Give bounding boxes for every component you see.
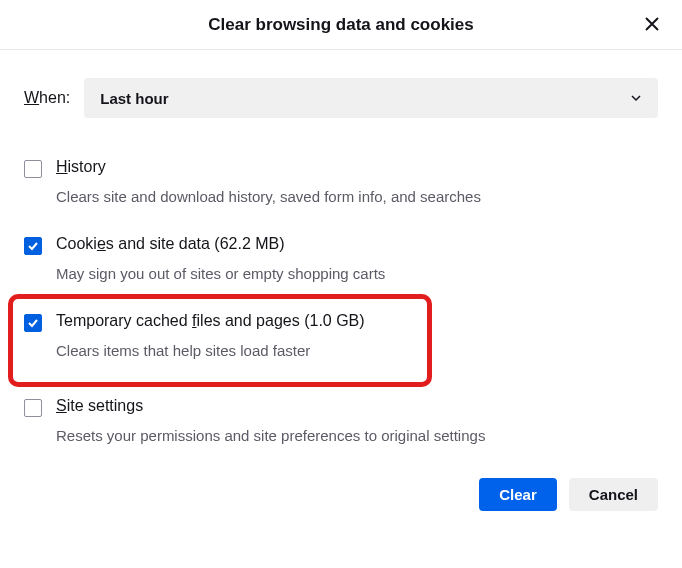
- dialog-body: When: Last hour History Clears site and …: [0, 78, 682, 470]
- dropdown-value: Last hour: [100, 90, 168, 107]
- dialog-footer: Clear Cancel: [0, 470, 682, 523]
- option-cookies-desc: May sign you out of sites or empty shopp…: [56, 265, 658, 282]
- option-site-settings-desc: Resets your permissions and site prefere…: [56, 427, 658, 444]
- option-history-label[interactable]: History: [56, 158, 106, 176]
- checkbox-site-settings[interactable]: [24, 399, 42, 417]
- dialog-header: Clear browsing data and cookies: [0, 0, 682, 50]
- option-cache: Temporary cached files and pages (1.0 GB…: [24, 308, 658, 385]
- option-cache-label[interactable]: Temporary cached files and pages (1.0 GB…: [56, 312, 365, 330]
- option-site-settings-text: Site settings Resets your permissions an…: [56, 397, 658, 444]
- clear-button[interactable]: Clear: [479, 478, 557, 511]
- checkbox-cache[interactable]: [24, 314, 42, 332]
- option-cache-text: Temporary cached files and pages (1.0 GB…: [56, 312, 658, 359]
- when-row: When: Last hour: [24, 78, 658, 118]
- option-cookies-label[interactable]: Cookies and site data (62.2 MB): [56, 235, 285, 253]
- when-label: When:: [24, 89, 70, 107]
- option-history-text: History Clears site and download history…: [56, 158, 658, 205]
- option-history-desc: Clears site and download history, saved …: [56, 188, 658, 205]
- time-range-dropdown[interactable]: Last hour: [84, 78, 658, 118]
- checkbox-history[interactable]: [24, 160, 42, 178]
- close-icon: [644, 16, 660, 32]
- option-site-settings-label[interactable]: Site settings: [56, 397, 143, 415]
- option-cookies: Cookies and site data (62.2 MB) May sign…: [24, 231, 658, 308]
- option-site-settings: Site settings Resets your permissions an…: [24, 385, 658, 470]
- option-cookies-text: Cookies and site data (62.2 MB) May sign…: [56, 235, 658, 282]
- option-history: History Clears site and download history…: [24, 154, 658, 231]
- cancel-button[interactable]: Cancel: [569, 478, 658, 511]
- checkbox-cookies[interactable]: [24, 237, 42, 255]
- chevron-down-icon: [630, 92, 642, 104]
- option-cache-desc: Clears items that help sites load faster: [56, 342, 658, 359]
- close-button[interactable]: [638, 10, 666, 38]
- dialog-title: Clear browsing data and cookies: [208, 15, 473, 35]
